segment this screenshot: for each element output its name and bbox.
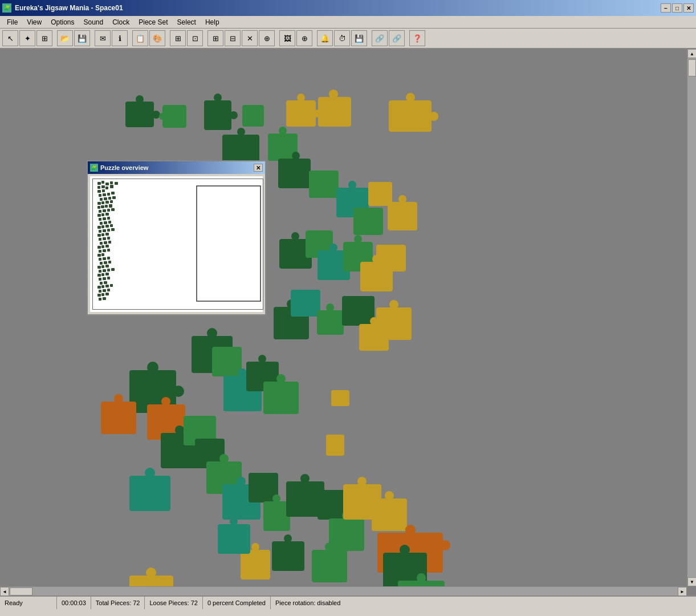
scroll-track-h[interactable] (9, 587, 678, 595)
tool-arrange[interactable]: ⊟ (225, 30, 241, 46)
tool-preview[interactable]: 🖼 (279, 30, 295, 46)
menu-view[interactable]: View (22, 17, 46, 27)
svg-point-84 (357, 477, 367, 486)
svg-rect-134 (109, 204, 112, 208)
scroll-track-v[interactable] (687, 58, 696, 577)
svg-point-79 (300, 474, 310, 483)
svg-rect-201 (97, 294, 101, 297)
svg-point-4 (159, 113, 166, 120)
tool-grid1[interactable]: ⊞ (170, 30, 186, 46)
svg-rect-109 (101, 181, 104, 184)
svg-rect-99 (326, 435, 344, 456)
scroll-up-arrow[interactable]: ▲ (687, 49, 696, 58)
scroll-thumb-h[interactable] (10, 587, 32, 595)
tool-save2[interactable]: 💾 (351, 30, 367, 46)
svg-rect-9 (286, 100, 316, 127)
tool-select[interactable]: ↖ (2, 30, 18, 46)
tool-15[interactable]: ⊕ (259, 30, 275, 46)
tool-remove[interactable]: ✕ (242, 30, 258, 46)
tool-17[interactable]: ⊕ (296, 30, 312, 46)
overview-close-button[interactable]: ✕ (254, 164, 263, 172)
svg-rect-140 (101, 213, 104, 216)
scrollbar-bottom[interactable]: ◄ ► (0, 586, 687, 595)
svg-rect-170 (107, 249, 110, 252)
svg-rect-40 (376, 245, 406, 271)
svg-rect-130 (110, 200, 113, 203)
svg-point-107 (230, 517, 238, 525)
svg-point-59 (276, 374, 286, 383)
tool-2[interactable]: ✦ (19, 30, 35, 46)
titlebar: 🧩 Eureka's Jigsaw Mania - Space01 − □ ✕ (0, 0, 696, 16)
svg-point-16 (429, 112, 438, 121)
svg-rect-149 (101, 225, 104, 228)
overview-canvas (92, 179, 263, 310)
svg-rect-143 (103, 217, 106, 220)
svg-rect-108 (97, 182, 101, 185)
svg-point-37 (354, 235, 362, 243)
svg-rect-53 (212, 347, 242, 376)
scrollbar-right[interactable]: ▲ ▼ (687, 49, 696, 586)
minimize-button[interactable]: − (661, 3, 671, 13)
svg-rect-146 (104, 221, 107, 224)
svg-point-91 (400, 545, 410, 555)
maximize-button[interactable]: □ (672, 3, 682, 13)
tool-open[interactable]: 📂 (57, 30, 73, 46)
menu-options[interactable]: Options (46, 17, 79, 27)
scroll-thumb-v[interactable] (688, 59, 696, 76)
tool-help[interactable]: ❓ (409, 30, 425, 46)
svg-rect-0 (125, 102, 154, 127)
tool-info[interactable]: ℹ (112, 30, 128, 46)
svg-point-32 (291, 232, 299, 240)
tool-clock[interactable]: ⏱ (334, 30, 350, 46)
svg-rect-49 (376, 307, 412, 340)
tool-3[interactable]: ⊞ (36, 30, 52, 46)
svg-rect-199 (103, 289, 106, 292)
scroll-right-arrow[interactable]: ► (678, 587, 687, 595)
svg-rect-198 (99, 290, 101, 293)
svg-rect-202 (101, 293, 104, 296)
svg-rect-128 (101, 201, 104, 204)
scroll-down-arrow[interactable]: ▼ (687, 577, 696, 586)
tool-color[interactable]: 🎨 (149, 30, 165, 46)
tool-grid2[interactable]: ⊡ (187, 30, 203, 46)
tool-sound[interactable]: 🔔 (317, 30, 333, 46)
svg-rect-133 (105, 205, 108, 208)
tool-email[interactable]: ✉ (95, 30, 111, 46)
svg-rect-135 (99, 210, 101, 213)
svg-rect-185 (111, 268, 115, 271)
status-total-pieces-text: Total Pieces: 72 (96, 599, 140, 606)
scroll-left-arrow[interactable]: ◄ (0, 587, 9, 595)
tool-link1[interactable]: 🔗 (372, 30, 388, 46)
svg-rect-205 (103, 297, 106, 300)
svg-point-95 (146, 568, 156, 578)
tool-save[interactable]: 💾 (74, 30, 90, 46)
app-title: Eureka's Jigsaw Mania - Space01 (15, 4, 123, 12)
svg-rect-144 (107, 217, 110, 220)
svg-rect-138 (111, 208, 115, 211)
menu-sound[interactable]: Sound (79, 17, 108, 27)
svg-point-52 (207, 328, 217, 338)
close-button[interactable]: ✕ (683, 3, 694, 13)
tool-clipboard[interactable]: 📋 (132, 30, 148, 46)
menu-select[interactable]: Select (173, 17, 201, 27)
svg-rect-100 (312, 550, 347, 582)
svg-point-105 (251, 543, 259, 551)
svg-rect-169 (103, 249, 106, 252)
svg-point-18 (237, 128, 245, 136)
tool-scatter[interactable]: ⊞ (207, 30, 223, 46)
menu-piece-set[interactable]: Piece Set (134, 17, 172, 27)
svg-rect-126 (112, 196, 116, 199)
svg-point-13 (329, 90, 338, 99)
svg-rect-168 (99, 250, 101, 253)
svg-rect-183 (103, 269, 106, 272)
svg-rect-27 (353, 208, 383, 235)
tool-link2[interactable]: 🔗 (389, 30, 405, 46)
puzzle-area[interactable]: 🧩 Puzzle overview ✕ (0, 49, 696, 595)
svg-rect-154 (107, 229, 110, 232)
menu-clock[interactable]: Clock (108, 17, 134, 27)
svg-rect-114 (101, 185, 105, 188)
menu-help[interactable]: Help (201, 17, 224, 27)
menu-file[interactable]: File (2, 17, 22, 27)
svg-rect-150 (105, 225, 109, 228)
svg-rect-110 (105, 183, 109, 185)
